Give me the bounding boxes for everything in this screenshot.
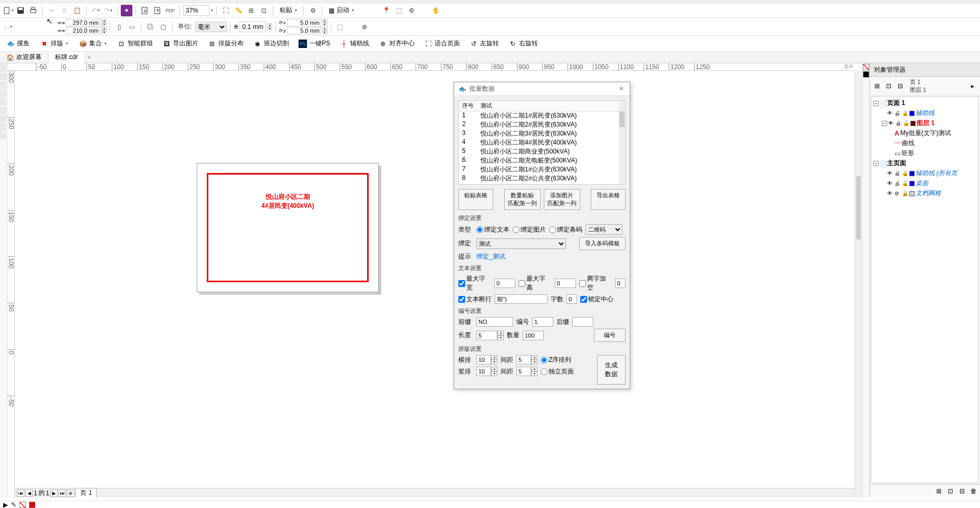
plugin-center[interactable]: ⊕对齐中心: [374, 38, 419, 49]
table-row[interactable]: 4悦山府小区二期4#居民变(400kVA): [459, 138, 625, 147]
export-table-button[interactable]: 导出表格: [591, 189, 626, 210]
current-page-button[interactable]: ▢: [157, 21, 169, 33]
pick-tool[interactable]: [0, 64, 6, 72]
v-gap-input[interactable]: [516, 367, 531, 376]
redo-button[interactable]: ↷▾: [102, 5, 114, 16]
plugin-layout[interactable]: ✖排版▾: [36, 38, 72, 49]
nudge-input[interactable]: [239, 22, 266, 32]
col-header-data[interactable]: 测试: [477, 101, 625, 111]
treat-as-button[interactable]: ⬚: [334, 21, 346, 33]
count-input[interactable]: [523, 331, 544, 340]
zoom-input[interactable]: [183, 5, 209, 16]
guides-toggle-button[interactable]: ⊡: [258, 5, 270, 16]
portrait-button[interactable]: ▯: [113, 21, 125, 33]
dup-x-input[interactable]: [287, 19, 321, 26]
page-width-input[interactable]: [66, 19, 100, 26]
max-width-check[interactable]: 最大字宽: [458, 274, 491, 292]
height-down[interactable]: ▾: [101, 31, 107, 34]
wrap-check[interactable]: 文本断行: [458, 295, 492, 304]
hand-button[interactable]: ✋: [430, 5, 441, 16]
options-button[interactable]: ⚙: [307, 5, 319, 16]
snap-button[interactable]: 📍: [380, 5, 392, 16]
page-tab-1[interactable]: 页 1: [75, 488, 97, 497]
rectangle-tool[interactable]: [0, 107, 6, 114]
paste-toolbar-button[interactable]: 📋: [71, 5, 83, 16]
col-header-num[interactable]: 序号: [459, 101, 477, 111]
tree-rect[interactable]: 矩形: [901, 149, 914, 158]
hint-link[interactable]: 绑定_测试: [476, 252, 505, 261]
freehand-tool[interactable]: [0, 98, 6, 106]
grid-button[interactable]: ⊞: [245, 5, 257, 16]
wrap-input[interactable]: [495, 294, 547, 304]
dup-y-input[interactable]: [287, 27, 321, 34]
tree-batch-text[interactable]: My批量(文字)测试: [900, 129, 951, 138]
page-height-input[interactable]: [66, 27, 100, 34]
color-black[interactable]: [863, 71, 869, 78]
lock-icon[interactable]: 🔒: [902, 110, 908, 117]
tree-toggle[interactable]: −: [873, 161, 879, 166]
tree-page1[interactable]: 页面 1: [887, 99, 905, 108]
plugin-icon-button[interactable]: ✦: [121, 5, 132, 16]
height-up[interactable]: ▴: [101, 27, 107, 31]
table-row[interactable]: 5悦山府小区二期商业变(500kVA): [459, 147, 625, 156]
welcome-tab[interactable]: 🏠欢迎屏幕: [0, 52, 49, 63]
polygon-tool[interactable]: [0, 123, 6, 131]
plugin-fit[interactable]: ⛶适合页面: [420, 38, 464, 49]
barcode-type-select[interactable]: 二维码: [585, 224, 622, 235]
tree-guides[interactable]: 辅助线: [916, 109, 935, 118]
save-button[interactable]: [15, 5, 26, 16]
max-height-input[interactable]: [555, 279, 576, 288]
tree-layer1[interactable]: 图层 1: [917, 119, 935, 128]
scrollbar-vertical[interactable]: [854, 71, 862, 497]
plugin-moyu[interactable]: 🐟摸鱼: [2, 38, 34, 49]
two-char-check[interactable]: 两字加空: [579, 274, 612, 292]
table-row[interactable]: 3悦山府小区二期3#居民变(630kVA): [459, 129, 625, 138]
add-image-button[interactable]: 添加图片 匹配第一列: [544, 189, 580, 210]
shape-tool[interactable]: [0, 73, 6, 80]
all-pages-button[interactable]: ⿻: [145, 21, 156, 33]
import-template-button[interactable]: 导入条码模板: [579, 237, 626, 250]
plugin-distribute[interactable]: ⊞排版分布: [204, 38, 248, 49]
plugin-ps[interactable]: Ps一键PS: [294, 38, 334, 49]
bind-field-select[interactable]: 测试: [476, 238, 566, 249]
red-rectangle[interactable]: [207, 173, 369, 282]
text-tool[interactable]: [0, 132, 6, 139]
copy-button[interactable]: ⎘: [59, 5, 70, 16]
layer-btn-3[interactable]: ⊟: [895, 81, 906, 91]
table-row[interactable]: 7悦山府小区二期1#公共变(630kVA): [459, 165, 625, 174]
layer-btn-1[interactable]: ⊞: [872, 81, 882, 91]
suffix-input[interactable]: [572, 317, 593, 327]
table-row[interactable]: 6悦山府小区二期充电桩变(500KVA): [459, 156, 625, 165]
export-button[interactable]: [152, 5, 164, 16]
generate-button[interactable]: 生成 数据: [597, 355, 626, 385]
z-order-radio[interactable]: Z序排列: [541, 356, 571, 365]
ruler-button[interactable]: 📏: [233, 5, 244, 16]
max-width-input[interactable]: [494, 279, 515, 288]
tree-toggle[interactable]: −: [873, 101, 879, 106]
max-height-check[interactable]: 最大字高: [518, 274, 551, 292]
canvas[interactable]: 悦山府小区二期 4#居民变(400kVA): [15, 71, 854, 497]
unit-select[interactable]: 毫米: [195, 22, 227, 32]
table-row[interactable]: 9悦山府小区二期新建3#环网箱(22...: [459, 183, 625, 185]
lock-center-check[interactable]: 锁定中心: [580, 295, 613, 304]
v-count-input[interactable]: [476, 367, 491, 376]
last-page[interactable]: ⏭: [59, 490, 66, 497]
layer-opts[interactable]: ⊟: [957, 486, 967, 496]
number-input[interactable]: [532, 317, 553, 327]
crop-tool[interactable]: [0, 81, 6, 89]
plugin-contour[interactable]: ◉巡边切割: [249, 38, 293, 49]
add-page[interactable]: ⊕: [67, 490, 74, 497]
plugin-rotate-left[interactable]: ↺左旋转: [465, 38, 503, 49]
plugin-rotate-right[interactable]: ↻右旋转: [504, 38, 542, 49]
eye-icon[interactable]: 👁: [887, 110, 893, 117]
table-row[interactable]: 8悦山府小区二期2#公共变(630kVA): [459, 174, 625, 183]
paste-dropdown[interactable]: 粘贴▾: [276, 5, 300, 16]
tree-desktop[interactable]: 桌面: [916, 179, 928, 188]
first-page[interactable]: ⏮: [17, 490, 24, 497]
dialog-close[interactable]: ✕: [617, 85, 626, 93]
ruler-horizontal[interactable]: 毫米 -500501001502002503003504004505005506…: [15, 63, 854, 71]
bind-image-radio[interactable]: 绑定图片: [513, 225, 546, 234]
bind-text-radio[interactable]: 绑定文本: [476, 225, 510, 234]
launch-dropdown[interactable]: ▦ 启动▾: [325, 5, 357, 16]
delete-layer[interactable]: 🗑: [968, 486, 979, 496]
